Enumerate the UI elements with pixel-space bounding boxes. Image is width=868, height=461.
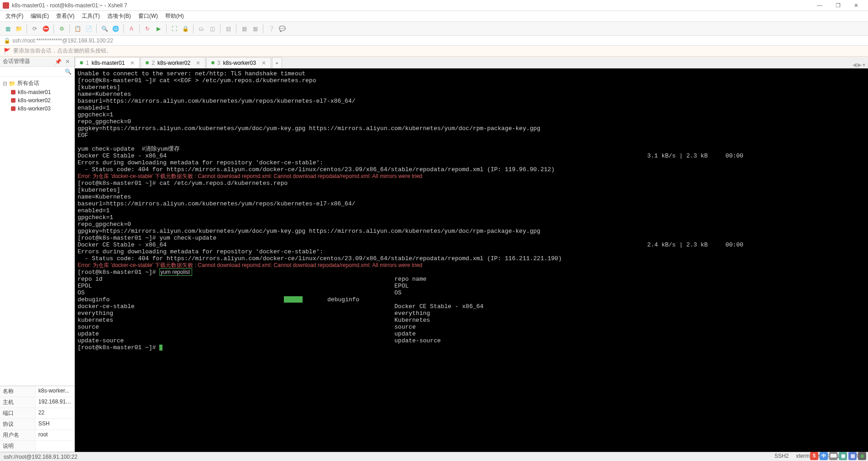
properties-icon[interactable]: ⚙: [57, 24, 67, 34]
separator: [236, 24, 236, 33]
copy-icon[interactable]: 📋: [73, 24, 83, 34]
main-region: 会话管理器 📌 ✕ 🔍 ⊟ 📁 所有会话 k8s-master01 k8s-wo…: [0, 57, 868, 452]
reconnect-icon[interactable]: ⟳: [30, 24, 40, 34]
tab-list-icon[interactable]: ▾: [863, 62, 865, 68]
grid1-icon[interactable]: ▦: [239, 24, 249, 34]
help-icon[interactable]: ❔: [266, 24, 276, 34]
separator: [69, 24, 70, 33]
globe-icon[interactable]: 🌐: [110, 24, 120, 34]
session-label: k8s-master01: [18, 89, 51, 95]
lock-icon[interactable]: 🔒: [180, 24, 190, 34]
tray-icon-generic[interactable]: ▣: [839, 452, 847, 460]
title-bar: k8s-master01 - root@k8s-master01:~ - Xsh…: [0, 0, 868, 11]
separator: [220, 24, 220, 33]
status-dot-icon: [80, 61, 83, 64]
tab-nav: ◀ ▶ ▾: [852, 62, 868, 68]
tab-close-icon[interactable]: ✕: [261, 60, 266, 66]
run-icon[interactable]: ▶: [153, 24, 163, 34]
tray-icon-spotify[interactable]: ◉: [858, 452, 866, 460]
tab-label: k8s-worker02: [157, 60, 190, 66]
disconnect-icon[interactable]: ⛔: [41, 24, 51, 34]
status-dot-icon: [146, 61, 149, 64]
menu-help[interactable]: 帮助(H): [162, 11, 188, 21]
server-icon: [11, 106, 16, 111]
minimize-button[interactable]: —: [810, 1, 829, 10]
tab-next-icon[interactable]: ▶: [858, 62, 862, 68]
paste-icon[interactable]: 📄: [84, 24, 94, 34]
close-button[interactable]: ✕: [847, 1, 865, 10]
tab-num: 3: [217, 60, 220, 66]
pin-icon[interactable]: 📌: [53, 58, 63, 65]
chat-icon[interactable]: 💬: [277, 24, 287, 34]
prop-key: 用户名: [0, 430, 36, 440]
refresh-icon[interactable]: ↻: [142, 24, 152, 34]
window-title: k8s-master01 - root@k8s-master01:~ - Xsh…: [12, 2, 810, 9]
tile-icon[interactable]: ▤: [223, 24, 233, 34]
session-node[interactable]: k8s-worker02: [3, 96, 72, 105]
fullscreen-icon[interactable]: ⛶: [169, 24, 179, 34]
session-node[interactable]: k8s-master01: [3, 88, 72, 96]
new-session-icon[interactable]: ▦: [3, 24, 13, 34]
prop-key: 主机: [0, 397, 36, 408]
panel-title: 会话管理器: [3, 58, 30, 65]
tab-new-button[interactable]: +: [272, 57, 282, 68]
app-logo-icon: [3, 2, 9, 9]
menu-tools[interactable]: 工具(T): [78, 11, 103, 21]
server-icon: [11, 90, 16, 94]
tray-icon-zh[interactable]: 中: [820, 452, 828, 460]
search-icon[interactable]: 🔍: [99, 24, 110, 34]
tray-icon-s[interactable]: S: [810, 452, 818, 460]
separator: [26, 24, 27, 33]
status-term: xterm: [796, 453, 810, 461]
menu-edit[interactable]: 编辑(E): [27, 11, 52, 21]
address-bar[interactable]: 🔒 ssh://root:************@192.168.91.100…: [0, 36, 868, 46]
tree-root-label: 所有会话: [17, 79, 39, 87]
tab-k8s-worker03[interactable]: 3 k8s-worker03 ✕: [206, 57, 271, 68]
separator: [166, 24, 167, 33]
prop-key: 端口: [0, 408, 36, 419]
session-tree: ⊟ 📁 所有会话 k8s-master01 k8s-worker02 k8s-w…: [0, 77, 74, 386]
menu-tabs[interactable]: 选项卡(B): [104, 11, 135, 21]
menu-bar: 文件(F) 编辑(E) 查看(V) 工具(T) 选项卡(B) 窗口(W) 帮助(…: [0, 11, 868, 22]
status-ssh: SSH2: [774, 453, 789, 461]
tab-num: 1: [86, 60, 89, 66]
menu-window[interactable]: 窗口(W): [135, 11, 162, 21]
folder-icon: 📁: [9, 80, 16, 87]
prop-key: 名称: [0, 386, 36, 397]
session-node[interactable]: k8s-worker03: [3, 105, 72, 113]
taskbar-tray: S 中 ⌨ ▣ ▤ ◉: [810, 452, 866, 460]
prop-value: root: [36, 430, 74, 440]
server-icon: [11, 98, 16, 103]
panel-close-icon[interactable]: ✕: [63, 58, 72, 65]
separator: [263, 24, 263, 33]
tab-close-icon[interactable]: ✕: [130, 60, 135, 66]
tab-prev-icon[interactable]: ◀: [852, 62, 857, 68]
tab-k8s-worker02[interactable]: 2 k8s-worker02 ✕: [141, 57, 205, 68]
open-folder-icon[interactable]: 📁: [14, 24, 24, 34]
font-icon[interactable]: A: [126, 24, 136, 34]
tab-label: k8s-worker03: [223, 60, 256, 66]
hint-bar: 🚩 要添加当前会话，点击左侧的箭头按钮。: [0, 46, 868, 57]
session-label: k8s-worker02: [18, 97, 51, 104]
folder2-icon[interactable]: 🗂: [196, 24, 206, 34]
tab-k8s-master01[interactable]: 1 k8s-master01 ✕: [75, 57, 140, 68]
tab-close-icon[interactable]: ✕: [196, 60, 200, 66]
maximize-button[interactable]: ❐: [829, 1, 847, 10]
toolbar: ▦ 📁 ⟳ ⛔ ⚙ 📋 📄 🔍 🌐 A ↻ ▶ ⛶ 🔒 🗂 ◫ ▤ ▦ ▦ ❔ …: [0, 22, 868, 36]
separator: [123, 24, 124, 33]
panel-search[interactable]: 🔍: [0, 67, 74, 77]
tray-icon-keyboard[interactable]: ⌨: [829, 452, 837, 460]
split-icon[interactable]: ◫: [207, 24, 217, 34]
separator: [53, 24, 54, 33]
grid2-icon[interactable]: ▦: [250, 24, 260, 34]
tree-root[interactable]: ⊟ 📁 所有会话: [3, 79, 72, 88]
menu-file[interactable]: 文件(F): [2, 11, 27, 21]
prop-key: 说明: [0, 441, 36, 451]
prop-value: [36, 441, 74, 451]
session-label: k8s-worker03: [18, 105, 51, 112]
separator: [96, 24, 97, 33]
separator: [139, 24, 140, 33]
menu-view[interactable]: 查看(V): [52, 11, 78, 21]
tray-icon-blue[interactable]: ▤: [848, 452, 857, 460]
terminal[interactable]: Unable to connect to the server: net/htt…: [75, 68, 868, 452]
